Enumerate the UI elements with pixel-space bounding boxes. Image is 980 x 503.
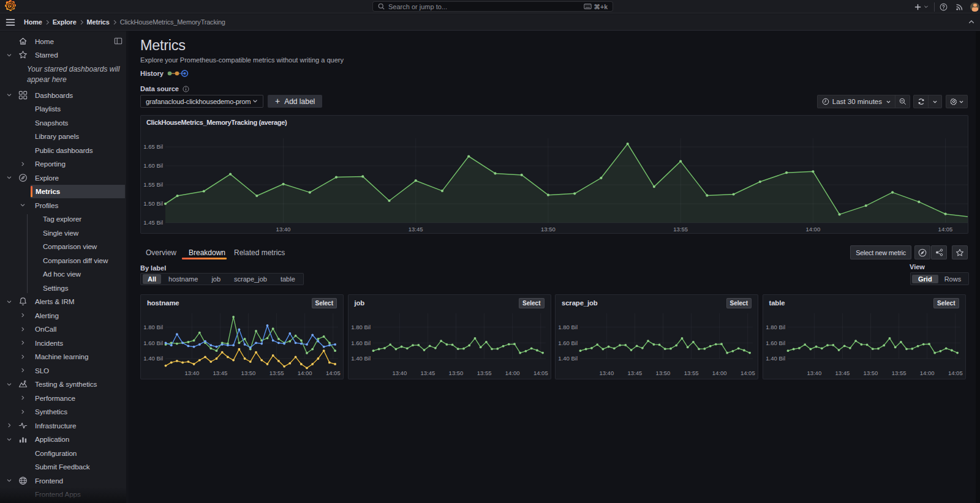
- svg-text:14:05: 14:05: [326, 370, 341, 376]
- svg-text:14:00: 14:00: [919, 370, 934, 376]
- svg-text:1.50 Bil: 1.50 Bil: [143, 200, 163, 207]
- svg-text:13:55: 13:55: [684, 370, 699, 376]
- svg-text:1.40 Bil: 1.40 Bil: [351, 355, 371, 362]
- svg-text:1.40 Bil: 1.40 Bil: [558, 355, 578, 362]
- svg-text:13:55: 13:55: [673, 226, 688, 233]
- svg-text:1.60 Bil: 1.60 Bil: [351, 340, 371, 346]
- svg-text:13:40: 13:40: [392, 370, 407, 376]
- svg-text:13:55: 13:55: [270, 370, 284, 376]
- svg-text:13:40: 13:40: [807, 370, 821, 376]
- svg-text:1.80 Bil: 1.80 Bil: [766, 324, 785, 330]
- svg-text:1.40 Bil: 1.40 Bil: [143, 355, 163, 362]
- svg-text:14:05: 14:05: [533, 370, 548, 376]
- svg-text:14:05: 14:05: [741, 370, 755, 376]
- svg-text:1.60 Bil: 1.60 Bil: [143, 340, 163, 346]
- svg-text:1.60 Bil: 1.60 Bil: [766, 340, 785, 346]
- svg-text:13:45: 13:45: [213, 370, 228, 376]
- svg-text:14:05: 14:05: [938, 226, 953, 233]
- svg-text:1.65 Bil: 1.65 Bil: [143, 143, 163, 150]
- svg-text:1.60 Bil: 1.60 Bil: [143, 162, 163, 169]
- svg-text:13:45: 13:45: [628, 370, 643, 376]
- svg-text:1.80 Bil: 1.80 Bil: [558, 324, 578, 330]
- svg-text:1.45 Bil: 1.45 Bil: [143, 219, 163, 226]
- svg-text:1.60 Bil: 1.60 Bil: [558, 340, 578, 346]
- svg-text:13:45: 13:45: [420, 370, 435, 376]
- svg-text:13:55: 13:55: [891, 370, 906, 376]
- svg-text:1.55 Bil: 1.55 Bil: [143, 181, 163, 188]
- svg-text:13:50: 13:50: [448, 370, 463, 376]
- svg-text:13:45: 13:45: [409, 226, 423, 233]
- svg-text:13:40: 13:40: [276, 226, 291, 233]
- svg-text:14:00: 14:00: [805, 226, 820, 233]
- svg-text:13:50: 13:50: [656, 370, 671, 376]
- svg-text:13:50: 13:50: [541, 226, 556, 233]
- svg-text:14:05: 14:05: [948, 370, 962, 376]
- svg-text:13:50: 13:50: [241, 370, 256, 376]
- svg-text:14:00: 14:00: [298, 370, 312, 376]
- svg-text:14:00: 14:00: [712, 370, 727, 376]
- svg-text:1.40 Bil: 1.40 Bil: [766, 355, 785, 362]
- svg-text:13:55: 13:55: [477, 370, 491, 376]
- svg-text:13:50: 13:50: [863, 370, 878, 376]
- svg-text:1.80 Bil: 1.80 Bil: [351, 324, 371, 330]
- svg-text:13:40: 13:40: [184, 370, 199, 376]
- svg-text:13:40: 13:40: [599, 370, 614, 376]
- svg-text:1.80 Bil: 1.80 Bil: [143, 324, 163, 330]
- svg-text:13:45: 13:45: [835, 370, 850, 376]
- svg-text:14:00: 14:00: [505, 370, 519, 376]
